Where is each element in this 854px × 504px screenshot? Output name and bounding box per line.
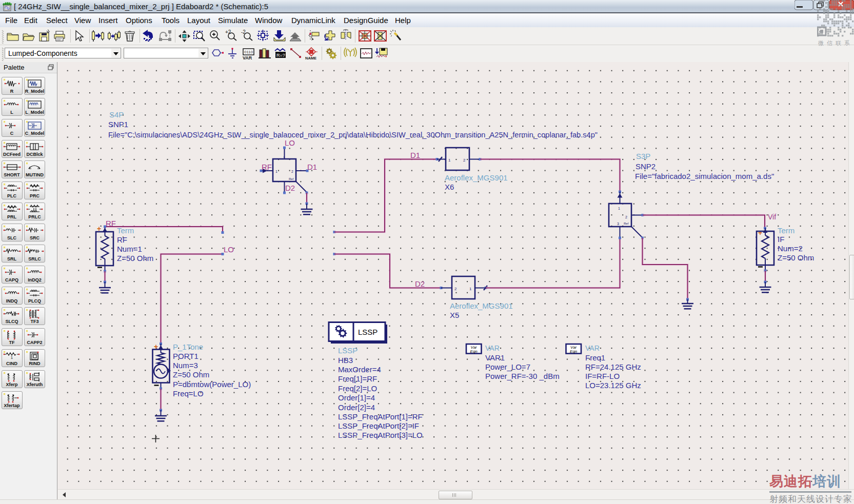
svg-text:1: 1 [275,170,277,173]
svg-text:SNP1: SNP1 [108,120,128,129]
svg-text:IF: IF [778,235,784,244]
svg-text:3: 3 [617,222,619,226]
svg-text:RF: RF [106,219,116,228]
svg-text:Term: Term [778,226,795,235]
svg-text:VAR: VAR [585,344,600,352]
svg-text:Ref: Ref [289,177,294,180]
svg-text:LO: LO [224,245,234,254]
svg-text:D2: D2 [415,279,425,288]
svg-text:1: 1 [618,207,620,210]
svg-text:Order[1]=4: Order[1]=4 [338,393,375,402]
svg-text:LO=23.125 GHz: LO=23.125 GHz [585,381,641,390]
svg-text:2: 2 [625,215,627,219]
svg-text:Aeroflex_MGS901: Aeroflex_MGS901 [450,301,513,310]
svg-text:RF=24.125 GHz: RF=24.125 GHz [585,362,641,371]
svg-text:Freq[1]=RF: Freq[1]=RF [338,374,377,383]
svg-text:Term: Term [117,226,134,235]
svg-text:R=?: R=? [276,53,285,58]
svg-text:Z=50 Ohm: Z=50 Ohm [173,370,209,379]
svg-text:MaxOrder=4: MaxOrder=4 [338,365,381,374]
svg-text:Order[2]=4: Order[2]=4 [338,403,375,412]
svg-text:LO: LO [285,138,295,147]
svg-text:1: 1 [10,355,13,360]
svg-text:X5: X5 [450,311,459,319]
svg-text:Num=3: Num=3 [173,361,198,370]
svg-text:Eqn: Eqn [570,349,578,354]
svg-text:Vif: Vif [768,213,776,221]
svg-text:P_1Tone: P_1Tone [173,342,203,351]
svg-text:1: 1 [448,158,451,163]
svg-text:HB3: HB3 [338,356,353,365]
svg-text:+: + [758,229,762,237]
svg-text:+2: +2 [225,29,231,35]
svg-text:RF: RF [117,235,127,244]
svg-text:D1: D1 [307,163,317,171]
svg-text:P=dbmtow(Power_LO): P=dbmtow(Power_LO) [173,380,251,389]
svg-text:Power_LO=7: Power_LO=7 [485,362,530,371]
svg-text:VAR1: VAR1 [485,353,505,362]
svg-text:Power_RF=-30 _dBm: Power_RF=-30 _dBm [485,372,560,380]
svg-text:Freq=LO: Freq=LO [173,389,204,398]
svg-text:NAME: NAME [305,56,316,61]
svg-text:2: 2 [291,170,293,173]
svg-text:Freq1: Freq1 [585,353,605,362]
svg-text:Eqn: Eqn [470,349,478,354]
svg-text:IF=RF-LO: IF=RF-LO [585,372,620,380]
svg-text:D2: D2 [285,184,295,192]
svg-text:Z=50 Ohm: Z=50 Ohm [117,254,153,263]
svg-text:SNP2: SNP2 [635,162,656,171]
svg-text:VAR: VAR [485,344,500,352]
svg-text:LSSP: LSSP [358,328,378,336]
svg-text:Num=2: Num=2 [778,244,803,253]
svg-text:微信联系: 微信联系 [818,40,853,46]
svg-text:LSSP: LSSP [338,346,358,355]
svg-text:S3P: S3P [636,152,650,160]
svg-text:X6: X6 [445,183,454,191]
svg-text:Num=1: Num=1 [117,245,142,253]
svg-text:LSSP_FreqAtPort[3]=LO: LSSP_FreqAtPort[3]=LO [338,431,423,439]
svg-text:Aeroflex_MGS901: Aeroflex_MGS901 [445,173,508,182]
svg-text:1: 1 [469,287,472,291]
svg-text:D1: D1 [410,151,420,159]
svg-text:S4P: S4P [109,110,124,119]
svg-text:2: 2 [463,158,466,163]
svg-text:0110: 0110 [244,50,253,54]
svg-text:Freq[2]=LO: Freq[2]=LO [338,384,377,393]
svg-text:Ref: Ref [624,222,629,225]
svg-text:File="C:\simulaciones\ADS\24GH: File="C:\simulaciones\ADS\24GHz_SIW__sin… [108,130,598,139]
svg-text:LSSP_FreqAtPort[2]=IF: LSSP_FreqAtPort[2]=IF [338,421,419,430]
svg-text:Z=50 Ohm: Z=50 Ohm [778,253,814,262]
svg-text:2: 2 [454,287,457,291]
svg-text:PORT1: PORT1 [173,352,198,360]
svg-text:LSSP_FreqAtPort[1]=RF: LSSP_FreqAtPort[1]=RF [338,412,423,421]
svg-text:RF: RF [262,163,272,171]
svg-text:VAR: VAR [243,55,252,61]
svg-text:File="fabricado2_simulacion_mo: File="fabricado2_simulacion_mom_a.ds" [635,172,774,180]
